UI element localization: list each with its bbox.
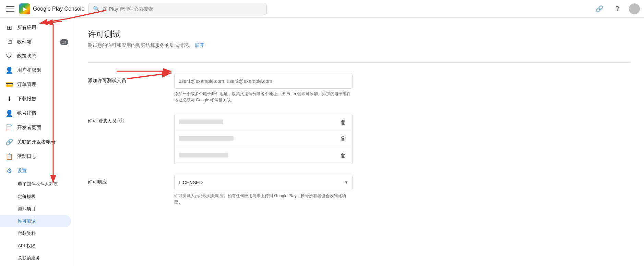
settings-icon: ⚙: [5, 167, 13, 175]
add-testers-input[interactable]: [174, 74, 353, 89]
sidebar-sublabel-gaming: 游戏项目: [18, 206, 36, 212]
sidebar-item-users[interactable]: 👤 用户和权限: [0, 63, 74, 77]
search-bar[interactable]: 🔍: [88, 3, 267, 15]
topbar-left: ▶ Google Play Console: [4, 3, 84, 15]
app-logo: ▶: [19, 3, 30, 14]
expand-link[interactable]: 展开: [195, 42, 204, 48]
sidebar-item-reports[interactable]: ⬇ 下载报告: [0, 92, 74, 106]
sidebar-sublabel-payment: 付款资料: [18, 230, 36, 237]
app-title: Google Play Console: [33, 6, 84, 12]
sidebar-label-all-apps: 所有应用: [17, 25, 36, 31]
topbar: ▶ Google Play Console 🔍 🔗 ?: [0, 0, 644, 18]
users-icon: 👤: [5, 66, 13, 74]
tester-email-blur-2: [179, 136, 234, 141]
sidebar-label-inbox: 收件箱: [17, 39, 32, 45]
sidebar-label-linked: 关联的开发者帐号: [17, 139, 56, 145]
license-response-select[interactable]: LICENSED NOT_LICENSED LICENSED_OLD_KEY: [174, 175, 353, 190]
sidebar-label-settings: 设置: [17, 168, 27, 174]
sidebar-subitem-email-list[interactable]: 电子邮件收件人列表: [0, 178, 74, 190]
main-layout: ⊞ 所有应用 🖥 收件箱 13 🛡 政策状态 👤 用户和权限 💳 订单管理 ⬇ …: [0, 18, 644, 266]
add-testers-label: 添加许可测试人员: [88, 74, 163, 84]
sidebar-subitem-pricing[interactable]: 定价模板: [0, 190, 74, 203]
help-icon: ?: [615, 5, 619, 13]
sidebar-subitem-services[interactable]: 关联的服务: [0, 252, 74, 264]
license-select-wrapper: LICENSED NOT_LICENSED LICENSED_OLD_KEY ▼: [174, 175, 353, 190]
sidebar-item-inbox[interactable]: 🖥 收件箱 13: [0, 35, 74, 49]
sidebar-item-settings[interactable]: ⚙ 设置: [0, 164, 74, 178]
delete-tester-1-button[interactable]: 🗑: [339, 117, 348, 127]
content-divider: [88, 62, 630, 63]
license-testers-label: 许可测试人员 ⓘ: [88, 114, 163, 124]
sidebar-sublabel-email-list: 电子邮件收件人列表: [18, 181, 58, 187]
sidebar-sublabel-api: API 权限: [18, 243, 35, 249]
sidebar-item-linked[interactable]: 🔗 关联的开发者帐号: [0, 135, 74, 149]
tester-row: 🗑: [175, 131, 352, 147]
help-button[interactable]: ?: [611, 3, 623, 15]
sidebar-item-all-apps[interactable]: ⊞ 所有应用: [0, 21, 74, 35]
tester-row: 🗑: [175, 147, 352, 164]
tester-email-2: [179, 136, 339, 142]
add-testers-row: 添加许可测试人员 添加一个或多个电子邮件地址，以英文逗号分隔各个地址。按 Ent…: [88, 74, 630, 103]
policy-icon: 🛡: [5, 52, 13, 60]
license-testers-field: 🗑 🗑 🗑: [174, 114, 353, 164]
sidebar-label-policy: 政策状态: [17, 53, 36, 59]
tester-email-3: [179, 153, 339, 159]
menu-button[interactable]: [4, 3, 16, 15]
delete-tester-2-button[interactable]: 🗑: [339, 134, 348, 144]
add-testers-field: 添加一个或多个电子邮件地址，以英文逗号分隔各个地址。按 Enter 键即可添加。…: [174, 74, 353, 103]
search-input[interactable]: [103, 6, 262, 12]
sidebar-label-reports: 下载报告: [17, 96, 36, 102]
license-response-label: 许可响应: [88, 175, 163, 185]
license-response-field: LICENSED NOT_LICENSED LICENSED_OLD_KEY ▼…: [174, 175, 353, 205]
sidebar-label-users: 用户和权限: [17, 67, 41, 73]
delete-tester-3-button[interactable]: 🗑: [339, 151, 348, 161]
search-icon: 🔍: [93, 5, 100, 12]
license-response-desc: 许可测试人员将收到此响应。如有任何应用尚未上传到 Google Play，帐号所…: [174, 193, 353, 205]
sidebar-sublabel-license-test: 许可测试: [18, 218, 36, 224]
license-response-row: 许可响应 LICENSED NOT_LICENSED LICENSED_OLD_…: [88, 175, 630, 205]
sidebar-label-account: 帐号详情: [17, 110, 36, 116]
sidebar-subitem-license-test[interactable]: 许可测试: [0, 215, 71, 227]
page-title: 许可测试: [88, 29, 630, 40]
sidebar-item-orders[interactable]: 💳 订单管理: [0, 77, 74, 92]
sidebar-item-policy[interactable]: 🛡 政策状态: [0, 49, 74, 63]
topbar-actions: 🔗 ?: [593, 3, 640, 15]
sidebar-item-account[interactable]: 👤 帐号详情: [0, 106, 74, 121]
inbox-badge: 13: [60, 39, 68, 45]
activity-icon: 📋: [5, 153, 13, 160]
tester-list: 🗑 🗑 🗑: [174, 114, 353, 164]
linked-icon: 🔗: [5, 138, 13, 146]
add-testers-helper: 添加一个或多个电子邮件地址，以英文逗号分隔各个地址。按 Enter 键即可添加。…: [174, 91, 353, 103]
tester-email-blur-3: [179, 153, 228, 157]
page-description: 测试您的许可和应用内购买结算服务的集成情况。 展开: [88, 42, 630, 49]
devpage-icon: 📄: [5, 124, 13, 131]
sidebar-sublabel-pricing: 定价模板: [18, 193, 36, 200]
link-icon: 🔗: [596, 5, 603, 13]
sidebar-label-orders: 订单管理: [17, 81, 36, 88]
inbox-icon: 🖥: [5, 38, 13, 46]
reports-icon: ⬇: [5, 95, 13, 103]
tester-row: 🗑: [175, 114, 352, 131]
orders-icon: 💳: [5, 81, 13, 88]
link-icon-button[interactable]: 🔗: [593, 3, 606, 15]
sidebar-subitem-api[interactable]: API 权限: [0, 240, 74, 252]
sidebar: ⊞ 所有应用 🖥 收件箱 13 🛡 政策状态 👤 用户和权限 💳 订单管理 ⬇ …: [0, 18, 74, 266]
sidebar-label-activity: 活动日志: [17, 153, 36, 160]
sidebar-submenu: 电子邮件收件人列表 定价模板 游戏项目 许可测试 付款资料 API 权限 关联的…: [0, 178, 74, 264]
sidebar-label-devpage: 开发者页面: [17, 125, 41, 131]
sidebar-subitem-payment[interactable]: 付款资料: [0, 227, 74, 240]
license-testers-row: 许可测试人员 ⓘ 🗑 🗑: [88, 114, 630, 164]
account-icon: 👤: [5, 110, 13, 117]
sidebar-subitem-gaming[interactable]: 游戏项目: [0, 203, 74, 215]
tester-email-blur-1: [179, 119, 223, 124]
sidebar-item-devpage[interactable]: 📄 开发者页面: [0, 121, 74, 135]
main-content: 许可测试 测试您的许可和应用内购买结算服务的集成情况。 展开 添加许可测试人员 …: [74, 18, 644, 266]
sidebar-sublabel-services: 关联的服务: [18, 255, 40, 261]
user-avatar[interactable]: [629, 3, 640, 14]
sidebar-item-activity[interactable]: 📋 活动日志: [0, 149, 74, 164]
testers-info-icon[interactable]: ⓘ: [119, 118, 124, 124]
all-apps-icon: ⊞: [5, 24, 13, 31]
tester-email-1: [179, 119, 339, 125]
hamburger-icon: [6, 5, 14, 13]
